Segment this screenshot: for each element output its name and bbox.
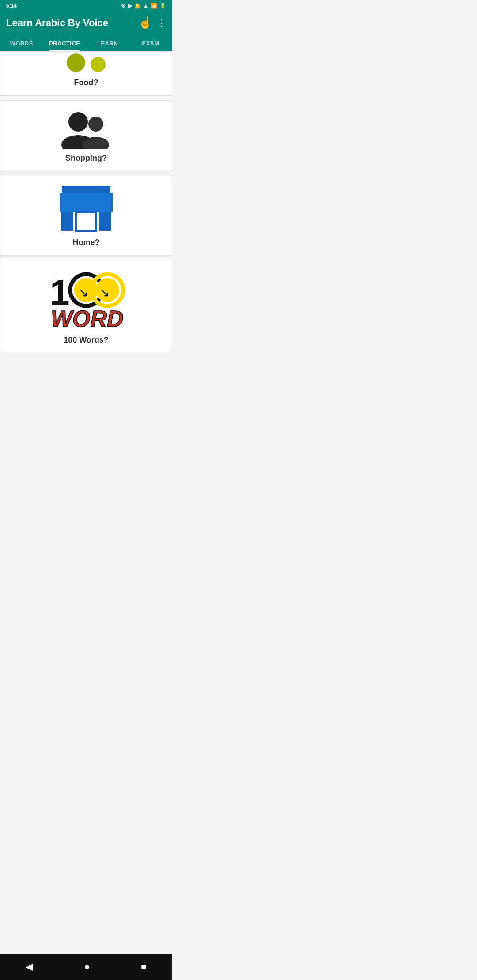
svg-rect-6 — [61, 212, 73, 231]
svg-point-0 — [68, 112, 88, 132]
status-bar: 6:14 ⚙ ▶ 🔔 ▲ 📶 🔋 — [0, 0, 172, 11]
signal-icon: 📶 — [151, 3, 157, 9]
tab-words[interactable]: WORDS — [0, 34, 43, 51]
svg-text:WORD: WORD — [51, 306, 124, 331]
list-item[interactable]: Food? — [0, 51, 172, 96]
app-title: Learn Arabic By Voice — [6, 17, 134, 29]
status-icons: ⚙ ▶ 🔔 ▲ 📶 🔋 — [121, 3, 166, 9]
list-item[interactable]: Home? — [0, 176, 172, 256]
food-label: Food? — [74, 78, 98, 87]
svg-rect-5 — [60, 193, 113, 212]
battery-icon: 🔋 — [159, 3, 166, 9]
svg-rect-8 — [99, 212, 111, 231]
tabs-bar: WORDS PRACTICE LEARN EXAM — [0, 34, 172, 51]
list-item[interactable]: Shopping? — [0, 100, 172, 171]
words100-label: 100 Words? — [64, 335, 109, 345]
hundred-words-icon: 1 ↘ ↘ WORD — [46, 269, 126, 331]
tab-practice[interactable]: PRACTICE — [43, 34, 87, 51]
people-icon — [60, 109, 113, 149]
svg-text:↘: ↘ — [78, 286, 88, 299]
notification-icon: 🔔 — [134, 3, 141, 9]
app-bar: Learn Arabic By Voice ☝ ⋮ — [0, 11, 172, 34]
play-icon: ▶ — [128, 3, 132, 9]
svg-rect-7 — [76, 212, 96, 231]
tab-learn[interactable]: LEARN — [86, 34, 129, 51]
touch-icon[interactable]: ☝ — [138, 16, 152, 30]
tab-exam[interactable]: EXAM — [129, 34, 173, 51]
more-options-icon[interactable]: ⋮ — [157, 17, 166, 29]
status-time: 6:14 — [6, 3, 17, 9]
store-icon — [57, 185, 115, 234]
wifi-icon: ▲ — [143, 3, 148, 9]
svg-text:↘: ↘ — [99, 286, 110, 299]
content-area: Food? Shopping? Home? — [0, 51, 172, 352]
svg-point-2 — [88, 117, 103, 132]
settings-icon: ⚙ — [121, 3, 126, 9]
home-label: Home? — [72, 238, 99, 247]
list-item[interactable]: 1 ↘ ↘ WORD 100 Words? — [0, 260, 172, 352]
shopping-label: Shopping? — [65, 154, 107, 163]
time-display: 6:14 — [6, 3, 17, 9]
svg-rect-4 — [62, 186, 110, 193]
